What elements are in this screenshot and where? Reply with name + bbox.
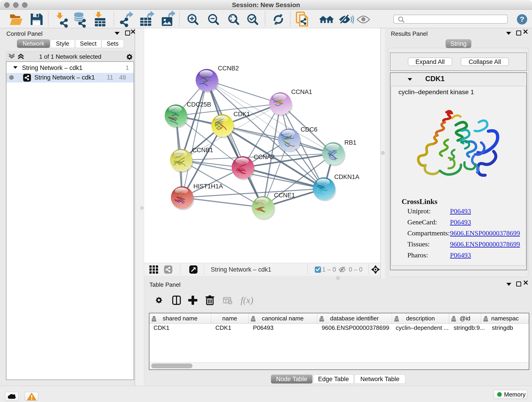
svg-text:CDKN1A: CDKN1A xyxy=(334,173,360,180)
svg-text:CDC6: CDC6 xyxy=(301,126,317,133)
svg-text:HIST1H1A: HIST1H1A xyxy=(193,183,223,190)
svg-text:RB1: RB1 xyxy=(344,139,356,146)
svg-text:CCNB1: CCNB1 xyxy=(192,147,213,153)
svg-text:CDC25B: CDC25B xyxy=(187,101,211,108)
svg-text:CCNB2: CCNB2 xyxy=(218,65,239,72)
svg-text:CDK1: CDK1 xyxy=(234,111,250,118)
svg-text:CCNA2: CCNA2 xyxy=(254,153,275,160)
svg-text:CCNE1: CCNE1 xyxy=(274,192,295,199)
svg-text:CCNA1: CCNA1 xyxy=(291,89,312,95)
svg-text:f(x): f(x) xyxy=(241,295,253,305)
